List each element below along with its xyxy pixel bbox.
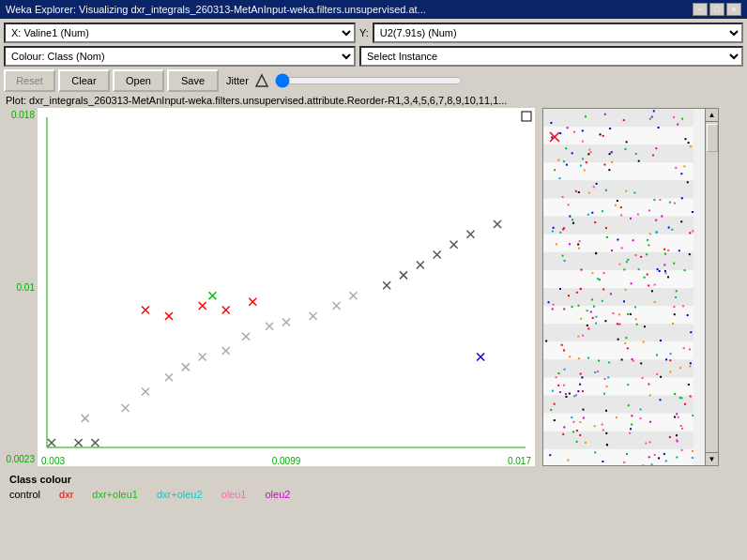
- axis-row: X: Valine1 (Num) Y: U2(7.91s) (Num): [4, 23, 743, 43]
- save-button[interactable]: Save: [167, 69, 219, 92]
- jitter-control: Jitter: [226, 73, 463, 88]
- main-content: X: Valine1 (Num) Y: U2(7.91s) (Num) Colo…: [0, 19, 747, 507]
- scroll-up[interactable]: ▲: [706, 109, 718, 122]
- class-item: control: [9, 489, 40, 500]
- instance-select[interactable]: Select Instance: [359, 46, 743, 67]
- open-button[interactable]: Open: [113, 69, 164, 92]
- scroll-thumb[interactable]: [707, 124, 718, 152]
- plot-area: 0.018 0.01 0.0023 0.003 0.0099 0.017 ▲ ▼: [4, 108, 743, 466]
- mini-panel: ▲ ▼: [542, 108, 719, 466]
- x-axis-select[interactable]: X: Valine1 (Num): [4, 23, 356, 43]
- x-min-label: 0.003: [41, 456, 65, 466]
- class-item: dxr: [59, 489, 73, 500]
- plot-label: Plot: dxr_integrals_260313-MetAnInput-we…: [4, 95, 743, 106]
- window-controls[interactable]: − □ ×: [693, 3, 741, 16]
- jitter-slider[interactable]: [275, 73, 463, 88]
- minimize-button[interactable]: −: [693, 3, 708, 16]
- class-item: dxr+oleu1: [92, 489, 138, 500]
- x-max-label: 0.017: [508, 456, 531, 466]
- reset-button[interactable]: Reset: [4, 69, 55, 92]
- y-axis-select[interactable]: U2(7.91s) (Num): [373, 23, 743, 43]
- maximize-button[interactable]: □: [709, 3, 724, 16]
- scatter-plot[interactable]: [38, 108, 535, 466]
- jitter-icon: [254, 73, 269, 88]
- scrollbar[interactable]: ▲ ▼: [705, 109, 718, 465]
- window-title: Weka Explorer: Visualizing dxr_integrals…: [6, 4, 426, 15]
- x-mid-label: 0.0099: [272, 456, 301, 466]
- close-button[interactable]: ×: [726, 3, 741, 16]
- scroll-down[interactable]: ▼: [706, 452, 718, 465]
- class-items: controldxrdxr+oleu1dxr+oleu2oleu1oleu2: [9, 489, 738, 500]
- class-item: dxr+oleu2: [157, 489, 203, 500]
- y-max-label: 0.018: [11, 110, 35, 120]
- clear-button[interactable]: Clear: [58, 69, 110, 92]
- y-min-label: 0.0023: [6, 454, 35, 464]
- class-colour-section: Class colour controldxrdxr+oleu1dxr+oleu…: [4, 470, 743, 504]
- class-item: oleu1: [221, 489, 247, 500]
- class-item: oleu2: [265, 489, 290, 500]
- mini-scatter[interactable]: [543, 109, 707, 466]
- jitter-label: Jitter: [226, 75, 249, 86]
- class-colour-title: Class colour: [9, 474, 738, 485]
- colour-select[interactable]: Colour: Class (Nom): [4, 46, 356, 67]
- y-mid-label: 0.01: [17, 282, 35, 293]
- y-label: Y:: [359, 27, 369, 38]
- svg-marker-0: [256, 75, 267, 86]
- title-bar: Weka Explorer: Visualizing dxr_integrals…: [0, 0, 747, 19]
- scroll-track: [706, 122, 718, 452]
